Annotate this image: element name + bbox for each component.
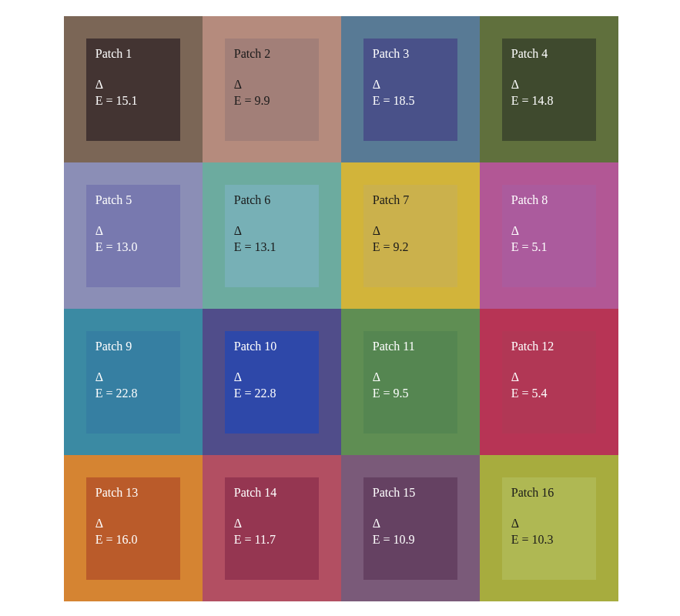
patch-title: Patch 5 [95,192,171,209]
patch-outer: Patch 14ΔE = 11.7 [203,455,341,601]
delta-symbol: Δ [511,516,587,532]
patch-inner: Patch 12ΔE = 5.4 [502,331,596,434]
delta-symbol: Δ [511,223,587,239]
patch-title: Patch 2 [234,46,310,62]
patch-inner: Patch 16ΔE = 10.3 [502,477,596,580]
patch-outer: Patch 15ΔE = 10.9 [341,455,480,601]
patch-outer: Patch 11ΔE = 9.5 [341,309,480,455]
delta-e-value: E = 9.9 [234,93,310,109]
delta-e-value: E = 16.0 [95,532,171,548]
delta-symbol: Δ [373,77,448,93]
patch-outer: Patch 12ΔE = 5.4 [480,309,618,455]
patch-inner: Patch 10ΔE = 22.8 [225,331,319,434]
patch-inner: Patch 9ΔE = 22.8 [86,331,180,434]
patch-outer: Patch 10ΔE = 22.8 [203,309,341,455]
patch-outer: Patch 8ΔE = 5.1 [480,162,618,309]
patch-title: Patch 11 [373,339,448,355]
delta-symbol: Δ [95,516,171,532]
delta-e-value: E = 22.8 [234,386,310,402]
delta-symbol: Δ [95,370,171,386]
patch-grid: Patch 1ΔE = 15.1Patch 2ΔE = 9.9Patch 3ΔE… [64,16,618,601]
patch-title: Patch 15 [373,485,448,501]
delta-symbol: Δ [95,223,171,239]
patch-outer: Patch 6ΔE = 13.1 [203,162,341,309]
patch-inner: Patch 15ΔE = 10.9 [363,477,457,580]
delta-e-value: E = 22.8 [95,386,171,402]
patch-inner: Patch 13ΔE = 16.0 [86,477,180,580]
patch-outer: Patch 13ΔE = 16.0 [64,455,203,601]
delta-symbol: Δ [373,223,448,239]
delta-e-value: E = 5.4 [511,386,587,402]
patch-title: Patch 8 [511,192,587,209]
patch-inner: Patch 2ΔE = 9.9 [225,38,319,141]
patch-title: Patch 4 [511,46,587,62]
delta-e-value: E = 9.5 [373,386,448,402]
delta-symbol: Δ [95,77,171,93]
patch-inner: Patch 1ΔE = 15.1 [86,38,180,141]
patch-outer: Patch 9ΔE = 22.8 [64,309,203,455]
patch-title: Patch 14 [234,485,310,501]
patch-outer: Patch 5ΔE = 13.0 [64,162,203,309]
patch-title: Patch 6 [234,192,310,209]
delta-e-value: E = 9.2 [373,239,448,256]
patch-outer: Patch 3ΔE = 18.5 [341,16,480,162]
patch-title: Patch 9 [95,339,171,355]
patch-inner: Patch 8ΔE = 5.1 [502,185,596,287]
delta-symbol: Δ [511,77,587,93]
delta-symbol: Δ [234,516,310,532]
delta-e-value: E = 13.1 [234,239,310,256]
patch-inner: Patch 11ΔE = 9.5 [363,331,457,434]
delta-symbol: Δ [234,223,310,239]
patch-title: Patch 1 [95,46,171,62]
patch-inner: Patch 7ΔE = 9.2 [363,185,457,287]
delta-e-value: E = 18.5 [373,93,448,109]
delta-e-value: E = 10.9 [373,532,448,548]
patch-title: Patch 13 [95,485,171,501]
delta-e-value: E = 13.0 [95,239,171,256]
patch-title: Patch 16 [511,485,587,501]
patch-inner: Patch 14ΔE = 11.7 [225,477,319,580]
patch-outer: Patch 7ΔE = 9.2 [341,162,480,309]
delta-e-value: E = 10.3 [511,532,587,548]
patch-title: Patch 12 [511,339,587,355]
patch-outer: Patch 2ΔE = 9.9 [203,16,341,162]
delta-e-value: E = 14.8 [511,93,587,109]
delta-e-value: E = 5.1 [511,239,587,256]
delta-symbol: Δ [373,516,448,532]
delta-symbol: Δ [373,370,448,386]
patch-inner: Patch 6ΔE = 13.1 [225,185,319,287]
patch-title: Patch 3 [373,46,448,62]
patch-outer: Patch 4ΔE = 14.8 [480,16,618,162]
patch-inner: Patch 5ΔE = 13.0 [86,185,180,287]
delta-symbol: Δ [234,370,310,386]
delta-e-value: E = 15.1 [95,93,171,109]
delta-e-value: E = 11.7 [234,532,310,548]
patch-outer: Patch 16ΔE = 10.3 [480,455,618,601]
delta-symbol: Δ [234,77,310,93]
patch-title: Patch 7 [373,192,448,209]
patch-inner: Patch 4ΔE = 14.8 [502,38,596,141]
delta-symbol: Δ [511,370,587,386]
patch-title: Patch 10 [234,339,310,355]
patch-inner: Patch 3ΔE = 18.5 [363,38,457,141]
patch-outer: Patch 1ΔE = 15.1 [64,16,203,162]
